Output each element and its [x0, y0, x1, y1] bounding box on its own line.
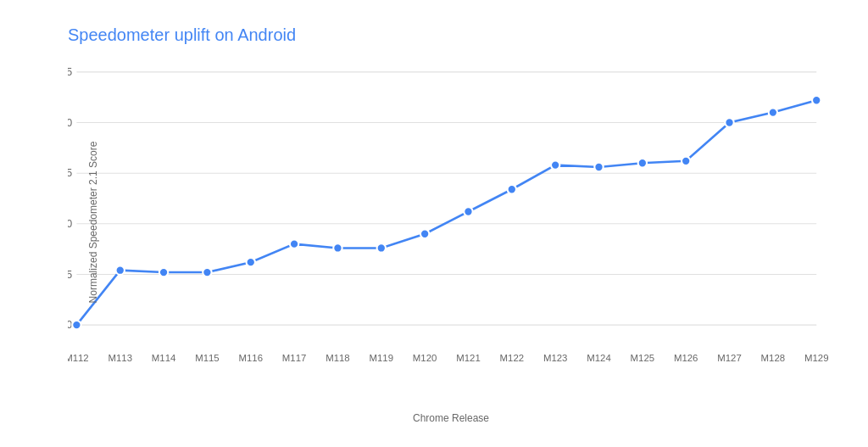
svg-text:2.00: 2.00: [68, 117, 72, 129]
svg-text:M125: M125: [631, 353, 655, 363]
svg-point-45: [725, 118, 733, 126]
svg-point-40: [508, 185, 516, 193]
svg-text:M117: M117: [282, 353, 307, 363]
svg-text:1.25: 1.25: [68, 269, 72, 281]
svg-point-37: [377, 243, 386, 252]
svg-text:M123: M123: [543, 353, 568, 363]
chart-container: Speedometer uplift on Android Normalized…: [0, 0, 868, 447]
svg-text:M121: M121: [456, 353, 481, 363]
svg-text:1.50: 1.50: [68, 218, 72, 230]
svg-text:M128: M128: [761, 353, 786, 363]
svg-point-39: [464, 207, 472, 215]
svg-point-44: [682, 157, 690, 165]
svg-text:M112: M112: [68, 353, 89, 363]
svg-point-41: [551, 160, 559, 169]
svg-point-32: [159, 268, 168, 277]
y-axis-label: Normalized Speedometer 2.1 Score: [87, 141, 99, 303]
svg-text:M120: M120: [413, 353, 437, 363]
svg-text:M124: M124: [587, 353, 611, 363]
svg-text:2.25: 2.25: [68, 66, 72, 78]
svg-text:1.75: 1.75: [68, 167, 72, 179]
x-axis-label: Chrome Release: [413, 412, 489, 424]
svg-point-42: [594, 163, 603, 171]
chart-area: Normalized Speedometer 2.1 Score 1.001.2…: [68, 62, 834, 382]
chart-title: Speedometer uplift on Android: [68, 25, 834, 45]
svg-point-38: [420, 230, 429, 238]
svg-point-46: [769, 108, 777, 116]
svg-text:M119: M119: [370, 353, 394, 363]
svg-text:M116: M116: [238, 353, 263, 363]
svg-point-31: [116, 265, 125, 274]
svg-point-33: [203, 268, 211, 277]
svg-text:M127: M127: [717, 353, 742, 363]
svg-text:M122: M122: [500, 353, 525, 363]
svg-point-36: [333, 243, 342, 252]
svg-text:M114: M114: [152, 353, 176, 363]
svg-text:M129: M129: [804, 353, 829, 363]
svg-point-34: [247, 258, 255, 266]
svg-point-47: [812, 96, 821, 104]
main-chart: 1.001.251.501.752.002.25M112M113M114M115…: [68, 62, 834, 382]
svg-point-43: [638, 159, 647, 167]
svg-point-30: [72, 321, 81, 329]
svg-text:M113: M113: [108, 353, 132, 363]
svg-point-35: [290, 239, 298, 248]
svg-text:M126: M126: [674, 353, 698, 363]
svg-text:M118: M118: [326, 353, 350, 363]
svg-text:M115: M115: [195, 353, 220, 363]
